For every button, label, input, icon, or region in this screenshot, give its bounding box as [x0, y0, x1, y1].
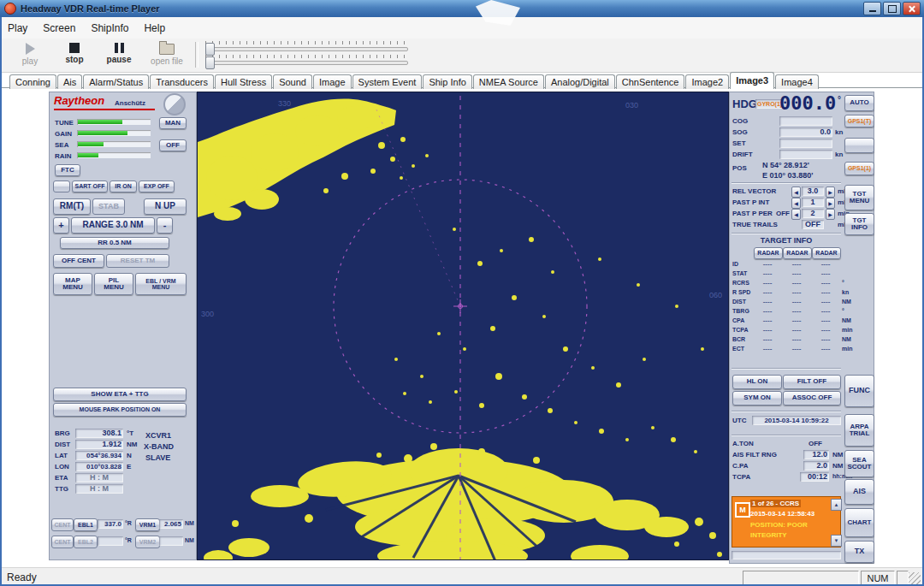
radar-display: Raytheon Anschütz TUNE GAIN SEA RAIN MAN… — [49, 92, 874, 564]
vrm2-button[interactable]: VRM2 — [135, 536, 160, 548]
tab-image4[interactable]: Image4 — [775, 74, 819, 89]
tab-sound[interactable]: Sound — [273, 74, 312, 89]
tab-image3[interactable]: Image3 — [730, 72, 774, 89]
tx-button[interactable]: TX — [844, 541, 874, 563]
ebl1-cent-button[interactable]: CENT — [51, 518, 74, 531]
menu-play[interactable]: Play — [0, 19, 35, 38]
stab-button[interactable]: STAB — [92, 198, 125, 215]
ir-button[interactable]: IR ON — [110, 181, 137, 192]
tune-slider[interactable] — [77, 119, 151, 125]
sea-label: SEA — [55, 141, 68, 149]
ais-filt-unit: NM — [832, 451, 843, 459]
tab-ship-info[interactable]: Ship Info — [423, 74, 471, 89]
alarm-mute-button[interactable]: M — [735, 502, 750, 518]
assoc-button[interactable]: ASSOC OFF — [783, 391, 841, 405]
set-drift-button[interactable] — [844, 138, 874, 153]
alarm-scroll-up-button[interactable]: ▲ — [831, 499, 842, 511]
range-down-button[interactable]: - — [157, 217, 173, 234]
tab-hull-stress[interactable]: Hull Stress — [215, 74, 272, 89]
ftc-button[interactable]: FTC — [55, 164, 80, 176]
ebl1-button[interactable]: EBL1 — [74, 518, 98, 531]
hdg-label: HDG — [732, 98, 757, 110]
tab-nmea-source[interactable]: NMEA Source — [473, 74, 544, 89]
mouse-park-button[interactable]: MOUSE PARK POSITION ON — [53, 403, 187, 417]
stop-button[interactable]: stop — [53, 41, 96, 69]
chart-button[interactable]: CHART — [844, 508, 874, 537]
motion-mode-button[interactable]: RM(T) — [53, 198, 91, 215]
menu-help[interactable]: Help — [136, 19, 173, 38]
map-menu-button[interactable]: MAP MENU — [53, 273, 92, 295]
ebl2-cent-button[interactable]: CENT — [51, 536, 74, 548]
sart-button[interactable]: SART OFF — [72, 181, 108, 192]
tab-chnsentence[interactable]: ChnSentence — [616, 74, 685, 89]
num-lock-indicator: NUM — [861, 571, 895, 585]
off-cent-button[interactable]: OFF CENT — [53, 254, 104, 268]
past-p-int-dec-button[interactable]: ◀ — [791, 198, 801, 209]
menu-shipinfo[interactable]: ShipInfo — [83, 19, 136, 38]
func-button[interactable]: FUNC — [844, 375, 874, 407]
open-file-button[interactable]: open file — [142, 41, 192, 69]
tab-conning[interactable]: Conning — [9, 74, 56, 89]
close-button[interactable] — [903, 2, 921, 15]
radar-ppi[interactable]: 330 030 300 060 — [197, 92, 729, 560]
rel-vector-inc-button[interactable]: ▶ — [826, 186, 835, 198]
speed-slider-thumb[interactable] — [205, 43, 215, 56]
tab-alarm-status[interactable]: Alarm/Status — [83, 74, 149, 89]
past-p-per-inc-button[interactable]: ▶ — [826, 209, 835, 220]
target-col3-button[interactable]: RADAR — [812, 247, 841, 259]
tune-label: TUNE — [55, 119, 74, 127]
man-button[interactable]: MAN — [159, 117, 187, 129]
past-p-int-inc-button[interactable]: ▶ — [826, 198, 835, 209]
alarm-scroll-down-button[interactable]: ▼ — [831, 535, 842, 547]
vrm1-button[interactable]: VRM1 — [135, 518, 160, 531]
cog-source-button[interactable]: GPS1(T) — [844, 115, 874, 127]
gain-slider[interactable] — [77, 130, 151, 136]
arpa-trial-button[interactable]: ARPA TRIAL — [844, 414, 874, 447]
blank-small-button[interactable] — [53, 181, 70, 192]
pil-menu-button[interactable]: PIL MENU — [94, 273, 133, 295]
tab-system-event[interactable]: System Event — [352, 74, 423, 89]
ebl-vrm-menu-button[interactable]: EBL / VRM MENU — [135, 273, 187, 295]
pos-source-button[interactable]: GPS1(1) — [844, 162, 874, 175]
ais-button[interactable]: AIS — [844, 479, 874, 505]
off-button[interactable]: OFF — [159, 139, 187, 151]
hl-button[interactable]: HL ON — [732, 375, 782, 389]
dist-label: DIST — [55, 441, 70, 448]
reset-tm-button[interactable]: RESET TM — [106, 254, 169, 268]
orientation-button[interactable]: N UP — [144, 198, 187, 215]
show-eta-button[interactable]: SHOW ETA + TTG — [53, 388, 187, 401]
maximize-button[interactable] — [883, 2, 901, 15]
past-p-per-dec-button[interactable]: ◀ — [791, 209, 801, 220]
pause-button[interactable]: pause — [98, 41, 140, 69]
resize-grip[interactable] — [909, 572, 921, 584]
filt-button[interactable]: FILT OFF — [783, 375, 841, 389]
tab-analog-digital[interactable]: Analog/Digital — [545, 74, 615, 89]
rel-vector-dec-button[interactable]: ◀ — [791, 186, 801, 198]
tab-image[interactable]: Image — [313, 74, 352, 89]
target-cell: ---- — [754, 335, 781, 343]
target-col2-button[interactable]: RADAR — [783, 247, 812, 259]
menu-screen[interactable]: Screen — [35, 19, 83, 38]
tgt-menu-button[interactable]: TGT MENU — [844, 185, 874, 210]
lat-value: 054°36.934 — [75, 451, 123, 460]
tab-image2[interactable]: Image2 — [685, 74, 729, 89]
anschuetz-logo-icon[interactable] — [163, 93, 186, 115]
rain-slider[interactable] — [77, 152, 151, 158]
sym-button[interactable]: SYM ON — [732, 391, 782, 405]
sea-scout-button[interactable]: SEA SCOUT — [844, 450, 874, 477]
range-up-button[interactable]: + — [53, 217, 69, 234]
auto-button[interactable]: AUTO — [844, 95, 874, 111]
sea-slider[interactable] — [77, 141, 151, 147]
tab-transducers[interactable]: Transducers — [150, 74, 214, 89]
gain-label: GAIN — [55, 130, 72, 138]
exp-button[interactable]: EXP OFF — [139, 181, 175, 192]
position-slider-thumb[interactable] — [205, 56, 215, 69]
target-col1-button[interactable]: RADAR — [754, 247, 783, 259]
status-bar: Ready NUM — [0, 567, 924, 586]
play-button[interactable]: play — [9, 41, 51, 69]
range-rings-button[interactable]: RR 0.5 NM — [60, 237, 169, 249]
ebl2-button[interactable]: EBL2 — [74, 536, 98, 548]
tgt-info-button[interactable]: TGT INFO — [844, 213, 874, 235]
tab-ais[interactable]: Ais — [57, 74, 82, 89]
minimize-button[interactable] — [863, 2, 881, 15]
